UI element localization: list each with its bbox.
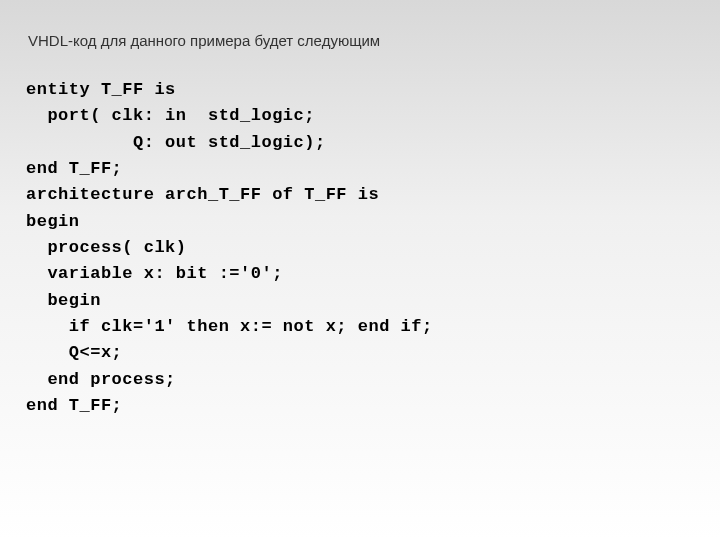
- code-line: end T_FF;: [26, 396, 122, 415]
- code-line: Q: out std_logic);: [26, 133, 326, 152]
- code-line: end process;: [26, 370, 176, 389]
- slide-title: VHDL-код для данного примера будет следу…: [0, 0, 720, 49]
- code-line: entity T_FF is: [26, 80, 176, 99]
- code-line: Q<=x;: [26, 343, 122, 362]
- code-line: variable x: bit :='0';: [26, 264, 283, 283]
- code-line: end T_FF;: [26, 159, 122, 178]
- code-line: process( clk): [26, 238, 187, 257]
- code-line: begin: [26, 212, 80, 231]
- code-line: architecture arch_T_FF of T_FF is: [26, 185, 379, 204]
- code-line: port( clk: in std_logic;: [26, 106, 315, 125]
- vhdl-code-block: entity T_FF is port( clk: in std_logic; …: [0, 49, 720, 419]
- code-line: if clk='1' then x:= not x; end if;: [26, 317, 433, 336]
- code-line: begin: [26, 291, 101, 310]
